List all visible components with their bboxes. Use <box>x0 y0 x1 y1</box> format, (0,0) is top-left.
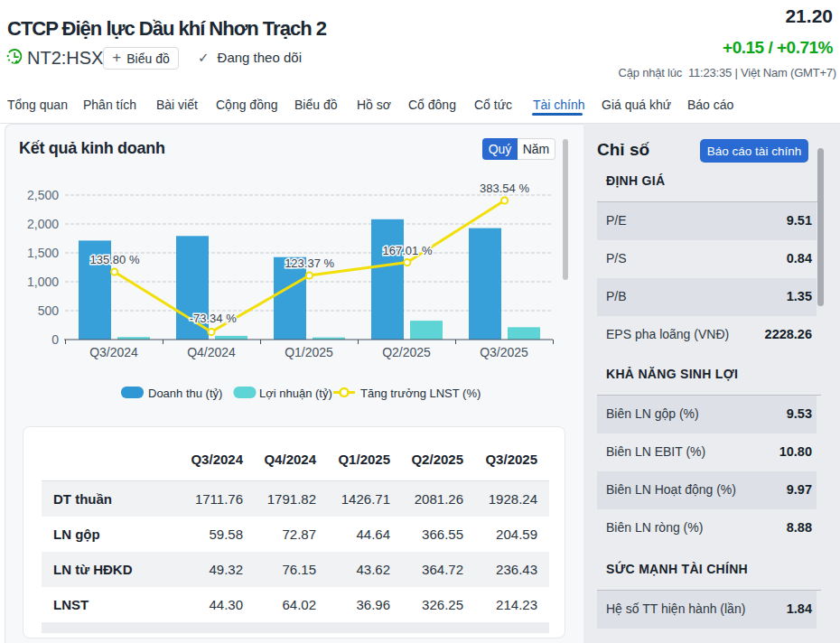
svg-text:1,000: 1,000 <box>27 275 59 289</box>
svg-text:Lợi nhuận (tỷ): Lợi nhuận (tỷ) <box>259 387 332 400</box>
svg-text:Q1/2025: Q1/2025 <box>285 345 333 359</box>
svg-text:500: 500 <box>38 303 60 318</box>
svg-text:-73.34 %: -73.34 % <box>190 312 237 325</box>
svg-text:383.54 %: 383.54 % <box>480 182 529 195</box>
svg-text:2,500: 2,500 <box>27 188 59 202</box>
svg-text:Q3/2025: Q3/2025 <box>480 345 528 359</box>
svg-text:167.01 %: 167.01 % <box>383 244 433 257</box>
svg-text:0: 0 <box>51 332 59 347</box>
svg-text:1,500: 1,500 <box>27 246 59 260</box>
svg-text:2,000: 2,000 <box>27 217 59 231</box>
svg-text:Doanh thu (tỷ): Doanh thu (tỷ) <box>148 387 222 400</box>
svg-text:135.80 %: 135.80 % <box>90 253 140 266</box>
svg-text:Q3/2024: Q3/2024 <box>89 345 138 359</box>
svg-text:Q2/2025: Q2/2025 <box>382 345 431 359</box>
svg-text:Q4/2024: Q4/2024 <box>187 345 236 359</box>
svg-text:Tăng trưởng LNST (%): Tăng trưởng LNST (%) <box>360 387 481 400</box>
svg-text:123.37 %: 123.37 % <box>285 256 334 270</box>
